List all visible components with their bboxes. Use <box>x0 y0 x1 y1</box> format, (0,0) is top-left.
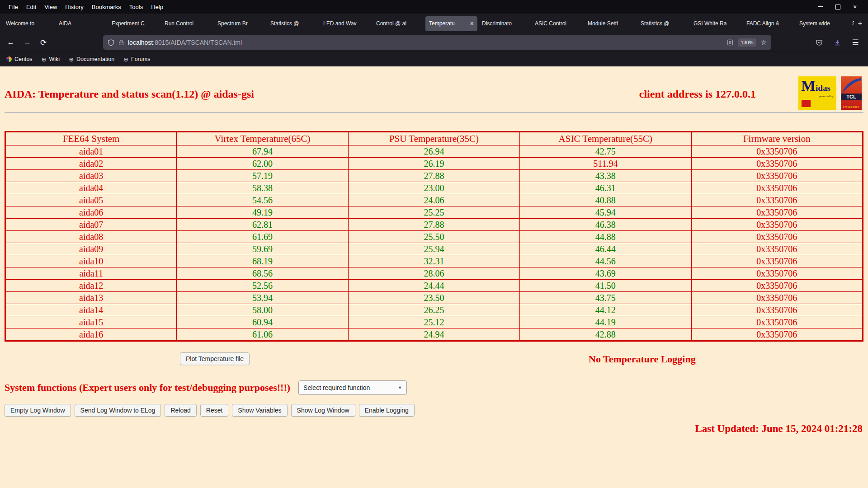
tracking-protection-shield-icon[interactable] <box>108 39 114 46</box>
system-functions-row: System functions (Expert users only for … <box>5 380 863 395</box>
globe-icon: ⊕ <box>69 56 74 62</box>
tab-temperatu[interactable]: Temperatu× <box>425 16 477 31</box>
site-identity-lock-icon[interactable] <box>118 39 124 46</box>
cell-psu-temperature: 27.88 <box>348 170 519 182</box>
button-show-variables[interactable]: Show Variables <box>232 404 287 417</box>
bookmark-label: Forums <box>131 56 150 62</box>
tab-system-wide[interactable]: System wide <box>796 16 848 31</box>
tab-label: Statistics @ <box>270 20 315 27</box>
tab-label: ASIC Control <box>535 20 580 27</box>
tab-close-icon[interactable]: × <box>470 20 474 27</box>
button-send-log-window-to-elog[interactable]: Send Log Window to ELog <box>75 404 161 417</box>
tab-welcome-to[interactable]: Welcome to <box>2 16 54 31</box>
cell-system: aida11 <box>5 267 177 280</box>
tab-asic-control[interactable]: ASIC Control <box>531 16 583 31</box>
cell-system: aida12 <box>5 280 177 292</box>
menu-item-file[interactable]: File <box>5 2 22 12</box>
tab-discriminato[interactable]: Discriminato <box>478 16 530 31</box>
menu-item-history[interactable]: History <box>61 2 87 12</box>
downloads-icon[interactable] <box>830 35 844 50</box>
tab-statistics[interactable]: Statistics @ <box>849 16 854 31</box>
new-tab-button[interactable]: + <box>854 17 866 30</box>
bookmark-wiki[interactable]: ⊕Wiki <box>42 56 60 62</box>
url-bar[interactable]: localhost:8015/AIDA/TSCAN/TSCAN.tml 130%… <box>103 35 771 50</box>
menu-hamburger-icon[interactable]: ☰ <box>848 35 863 50</box>
table-header-row: FEE64 SystemVirtex Temperature(65C)PSU T… <box>5 132 863 145</box>
tab-aida[interactable]: AIDA <box>55 16 107 31</box>
cell-psu-temperature: 24.06 <box>348 194 519 206</box>
cell-virtex-temperature: 62.81 <box>177 219 348 231</box>
menu-item-view[interactable]: View <box>40 2 61 12</box>
tcl-logo-text: TCL <box>841 94 862 100</box>
tab-bar: Welcome toAIDAExperiment CRun ControlSpe… <box>0 14 868 33</box>
system-functions-label: System functions (Expert users only for … <box>5 382 290 394</box>
reader-view-icon[interactable] <box>727 39 733 46</box>
tab-gsi-white-ra[interactable]: GSI White Ra <box>690 16 742 31</box>
minimize-icon <box>818 6 823 7</box>
table-row: aida1353.9423.5043.750x3350706 <box>5 292 863 304</box>
menu-item-help[interactable]: Help <box>147 2 167 12</box>
menu-item-tools[interactable]: Tools <box>125 2 147 12</box>
tcl-powered-logo[interactable]: TCL POWERED <box>841 76 862 110</box>
reload-button[interactable]: ⟳ <box>36 35 51 50</box>
zoom-indicator[interactable]: 130% <box>738 38 756 47</box>
tab-statistics[interactable]: Statistics @ <box>637 16 689 31</box>
table-row: aida0762.8127.8846.380x3350706 <box>5 219 863 231</box>
button-reset[interactable]: Reset <box>200 404 229 417</box>
tab-spectrum-br[interactable]: Spectrum Br <box>214 16 266 31</box>
cell-asic-temperature: 44.56 <box>520 255 691 267</box>
bookmarks-items: Centos⊕Wiki⊕Documentation⊕Forums <box>6 56 150 62</box>
tab-label: GSI White Ra <box>693 20 738 27</box>
function-select[interactable]: Select required function ▼ <box>298 380 407 395</box>
tab-control-ai[interactable]: Control @ ai <box>373 16 425 31</box>
minimize-button[interactable] <box>817 4 824 10</box>
bookmark-centos[interactable]: Centos <box>6 56 33 62</box>
cell-system: aida07 <box>5 219 177 231</box>
maximize-button[interactable] <box>835 4 841 10</box>
bookmark-forums[interactable]: ⊕Forums <box>123 56 150 62</box>
cell-psu-temperature: 24.44 <box>348 280 519 292</box>
cell-virtex-temperature: 62.00 <box>177 158 348 170</box>
tab-run-control[interactable]: Run Control <box>161 16 213 31</box>
tab-strip: Welcome toAIDAExperiment CRun ControlSpe… <box>2 14 854 33</box>
menu-item-bookmarks[interactable]: Bookmarks <box>88 2 125 12</box>
cell-firmware-version: 0x3350706 <box>691 231 863 243</box>
cell-virtex-temperature: 60.94 <box>177 316 348 328</box>
button-show-log-window[interactable]: Show Log Window <box>291 404 355 417</box>
cell-psu-temperature: 25.94 <box>348 243 519 255</box>
menu-item-edit[interactable]: Edit <box>22 2 40 12</box>
tab-module-setti[interactable]: Module Setti <box>584 16 636 31</box>
cell-firmware-version: 0x3350706 <box>691 182 863 194</box>
maximize-icon <box>835 5 840 9</box>
cell-virtex-temperature: 61.69 <box>177 231 348 243</box>
midas-logo[interactable]: Midas powered by <box>798 76 836 110</box>
cell-system: aida10 <box>5 255 177 267</box>
tab-label: Welcome to <box>6 20 51 27</box>
close-button[interactable]: × <box>852 4 858 10</box>
button-enable-logging[interactable]: Enable Logging <box>359 404 415 417</box>
cell-asic-temperature: 44.12 <box>520 304 691 316</box>
button-reload[interactable]: Reload <box>165 404 196 417</box>
pocket-icon[interactable] <box>812 35 826 50</box>
tab-label: Discriminato <box>482 20 527 27</box>
back-button[interactable]: ← <box>4 35 18 50</box>
tab-label: System wide <box>799 20 844 27</box>
navigation-toolbar: ← → ⟳ localhost:8015/AIDA/TSCAN/TSCAN.tm… <box>0 33 868 52</box>
column-header: Virtex Temperature(65C) <box>177 132 348 145</box>
forward-button[interactable]: → <box>20 35 34 50</box>
plot-temperature-file-button[interactable]: Plot Temperature file <box>180 352 250 365</box>
tab-led-and-wav[interactable]: LED and Wav <box>320 16 372 31</box>
tab-experiment-c[interactable]: Experiment C <box>108 16 160 31</box>
plot-row: Plot Temperature file No Temperature Log… <box>5 352 863 369</box>
tab-statistics[interactable]: Statistics @ <box>267 16 319 31</box>
tab-fadc-align[interactable]: FADC Align & <box>743 16 795 31</box>
cell-system: aida15 <box>5 316 177 328</box>
bookmark-documentation[interactable]: ⊕Documentation <box>69 56 114 62</box>
midas-logo-text: Midas <box>801 78 834 94</box>
globe-icon: ⊕ <box>123 56 128 62</box>
button-empty-log-window[interactable]: Empty Log Window <box>5 404 71 417</box>
cell-firmware-version: 0x3350706 <box>691 328 863 341</box>
table-row: aida1560.9425.1244.190x3350706 <box>5 316 863 328</box>
cell-firmware-version: 0x3350706 <box>691 267 863 280</box>
bookmark-star-icon[interactable]: ☆ <box>761 38 767 47</box>
